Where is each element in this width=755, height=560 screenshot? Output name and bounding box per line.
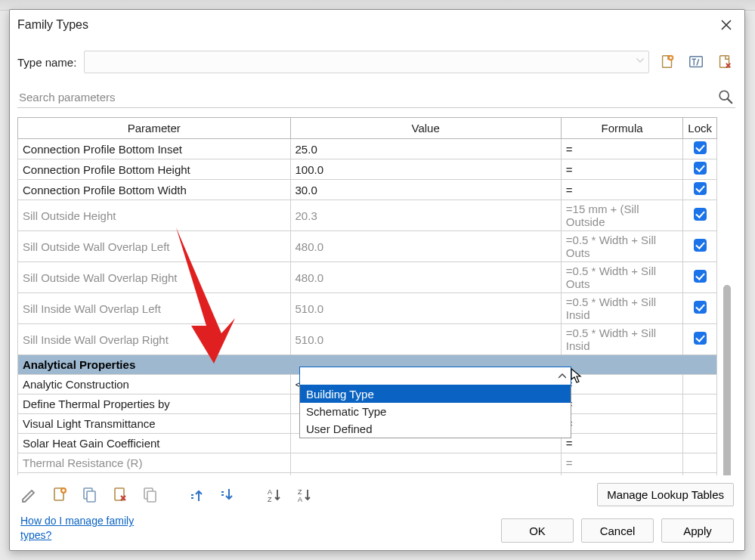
param-formula-cell[interactable]: = [561,414,682,434]
dropdown-option[interactable]: Schematic Type [300,403,571,420]
move-down-button[interactable] [217,484,238,506]
search-input[interactable] [17,87,735,108]
table-row[interactable]: Thermal Resistance (R)= [18,453,717,473]
param-name-cell[interactable]: Sill Inside Wall Overlap Left [18,293,291,324]
scrollbar-thumb[interactable] [723,285,731,475]
param-formula-cell[interactable]: = [561,434,682,453]
help-link[interactable]: How do I manage family types? [20,514,149,543]
param-name-cell[interactable]: Sill Inside Wall Overlap Right [18,324,291,355]
move-up-button[interactable] [187,484,208,506]
search-button[interactable] [717,88,734,107]
delete-type-button[interactable] [714,51,735,73]
close-button[interactable] [714,14,738,36]
param-lock-cell[interactable] [683,434,717,453]
checked-icon[interactable] [694,162,707,175]
new-type-button[interactable] [657,51,678,73]
sort-asc-button[interactable]: AZ [264,484,285,506]
param-formula-cell[interactable]: = [561,139,682,159]
param-value-cell[interactable]: 20.3 [290,200,561,231]
col-value[interactable]: Value [290,118,561,139]
param-name-cell[interactable]: Connection Profile Bottom Inset [18,139,291,159]
param-value-cell[interactable]: 480.0 [290,262,561,293]
param-name-cell[interactable]: Visual Light Transmittance [18,414,291,434]
scrollbar[interactable] [722,117,732,475]
duplicate-button[interactable] [140,484,161,506]
table-row[interactable]: Sill Outside Wall Overlap Left480.0=0.5 … [18,231,717,262]
param-lock-cell[interactable] [683,394,717,414]
col-formula[interactable]: Formula [561,118,682,139]
param-value-cell[interactable]: 100.0 [290,159,561,180]
param-name-cell[interactable]: Sill Outside Height [18,200,291,231]
param-formula-cell[interactable]: = [561,473,682,476]
param-name-cell[interactable]: Define Thermal Properties by [18,394,291,414]
checked-icon[interactable] [694,239,707,252]
table-row[interactable]: Connection Profile Bottom Width30.0= [18,180,717,200]
checked-icon[interactable] [694,270,707,283]
param-formula-cell[interactable]: =0.5 * Width + Sill Insid [561,293,682,324]
param-value-cell[interactable] [290,453,561,473]
param-lock-cell[interactable] [683,453,717,473]
apply-button[interactable]: Apply [661,518,734,543]
checked-icon[interactable] [694,141,707,154]
delete-parameter-button[interactable] [110,484,131,506]
param-value-cell[interactable]: 510.0 [290,293,561,324]
param-lock-cell[interactable] [683,139,717,159]
dropdown-field[interactable] [299,367,571,385]
param-formula-cell[interactable]: = [561,453,682,473]
param-lock-cell[interactable] [683,414,717,434]
new-parameter-button[interactable] [49,484,70,506]
dropdown-option[interactable]: Building Type [300,385,571,403]
param-formula-cell[interactable]: =0.5 * Width + Sill Outs [561,262,682,293]
param-lock-cell[interactable] [683,262,717,293]
param-name-cell[interactable]: Connection Profile Bottom Height [18,159,291,180]
param-name-cell[interactable]: Thermal Resistance (R) [18,453,291,473]
table-row[interactable]: Connection Profile Bottom Height100.0= [18,159,717,180]
param-lock-cell[interactable] [683,159,717,180]
param-formula-cell[interactable]: =15 mm + (Sill Outside [561,200,682,231]
ok-button[interactable]: OK [501,518,574,543]
param-value-cell[interactable]: 25.0 [290,139,561,159]
table-row[interactable]: Connection Profile Bottom Inset25.0= [18,139,717,159]
param-formula-cell[interactable]: =0.5 * Width + Sill Outs [561,231,682,262]
table-row[interactable]: Sill Inside Wall Overlap Left510.0=0.5 *… [18,293,717,324]
col-parameter[interactable]: Parameter [18,118,291,139]
param-formula-cell[interactable]: =0.5 * Width + Sill Insid [561,324,682,355]
table-row[interactable]: Sill Outside Height20.3=15 mm + (Sill Ou… [18,200,717,231]
sort-desc-button[interactable]: ZA [294,484,315,506]
manage-lookup-button[interactable]: Manage Lookup Tables [597,483,734,506]
param-name-cell[interactable]: Sill Outside Wall Overlap Right [18,262,291,293]
dropdown-option[interactable]: User Defined [300,420,571,438]
table-row[interactable]: Sill Inside Wall Overlap Right510.0=0.5 … [18,324,717,355]
param-lock-cell[interactable] [683,231,717,262]
param-name-cell[interactable]: Heat Transfer Coefficient (U) [18,473,291,476]
param-lock-cell[interactable] [683,180,717,200]
checked-icon[interactable] [694,332,707,345]
modify-parameter-button[interactable] [19,484,40,506]
col-lock[interactable]: Lock [683,118,717,139]
param-lock-cell[interactable] [683,324,717,355]
table-row[interactable]: Heat Transfer Coefficient (U)1.0000= [18,473,717,476]
param-name-cell[interactable]: Connection Profile Bottom Width [18,180,291,200]
dropdown-list[interactable]: Building Type Schematic Type User Define… [299,385,571,438]
checked-icon[interactable] [694,182,707,195]
param-lock-cell[interactable] [683,473,717,476]
table-row[interactable]: Sill Outside Wall Overlap Right480.0=0.5… [18,262,717,293]
rename-type-button[interactable] [685,51,707,73]
copy-parameter-button[interactable] [79,484,101,506]
param-formula-cell[interactable]: = [561,394,682,414]
param-value-cell[interactable]: 1.0000 [290,473,561,476]
typename-select[interactable] [84,51,649,73]
param-lock-cell[interactable] [683,200,717,231]
param-lock-cell[interactable] [683,293,717,324]
checked-icon[interactable] [694,208,707,221]
param-formula-cell[interactable]: = [561,180,682,200]
param-lock-cell[interactable] [683,375,717,394]
param-value-cell[interactable]: 510.0 [290,324,561,355]
param-name-cell[interactable]: Analytic Construction [18,375,291,394]
param-name-cell[interactable]: Sill Outside Wall Overlap Left [18,231,291,262]
param-name-cell[interactable]: Solar Heat Gain Coefficient [18,434,291,453]
checked-icon[interactable] [694,301,707,314]
param-value-cell[interactable]: 30.0 [290,180,561,200]
cancel-button[interactable]: Cancel [581,518,654,543]
param-formula-cell[interactable]: = [561,159,682,180]
